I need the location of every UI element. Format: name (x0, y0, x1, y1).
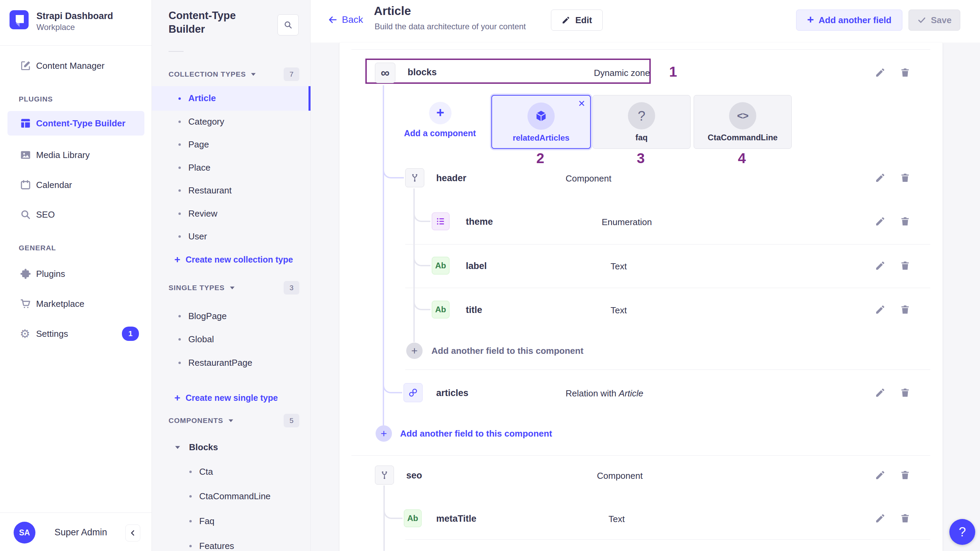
add-field-label: Add another field (819, 15, 891, 25)
sidebar-item-category[interactable]: Category (152, 110, 310, 133)
divider (0, 45, 152, 46)
edit-field-button[interactable] (875, 67, 886, 78)
edit-field-button[interactable] (875, 260, 886, 271)
field-type: Text (611, 261, 627, 272)
gear-icon: ⚙ (20, 328, 31, 339)
sidebar-item-blogpage[interactable]: BlogPage (152, 304, 310, 328)
sidebar-item-content-type-builder[interactable]: Content-Type Builder (8, 111, 145, 135)
component-card-label: faq (635, 133, 648, 142)
sidebar-item-media-library[interactable]: Media Library (0, 143, 152, 167)
pencil-icon (562, 16, 570, 24)
field-name: articles (436, 388, 469, 398)
delete-field-button[interactable] (900, 172, 910, 183)
chevron-down-icon (229, 286, 235, 290)
sidebar-item-features[interactable]: Features (152, 534, 310, 551)
field-name: metaTitle (436, 514, 476, 524)
annotation-label-1: 1 (669, 64, 677, 80)
add-field-to-component-button[interactable]: + Add another field to this component (406, 342, 583, 360)
help-button[interactable]: ? (949, 519, 975, 545)
general-section-label: GENERAL (19, 244, 56, 252)
question-icon: ? (959, 525, 966, 540)
component-card-faq[interactable]: ? faq (592, 95, 690, 149)
create-single-type-button[interactable]: + Create new single type (152, 387, 310, 408)
sidebar-item-label: Article (188, 93, 216, 104)
delete-field-button[interactable] (900, 513, 910, 524)
calendar-icon (20, 179, 31, 191)
edit-field-button[interactable] (875, 513, 886, 524)
delete-field-button[interactable] (900, 216, 910, 227)
sidebar-item-review[interactable]: Review (152, 202, 310, 225)
pencil-icon (875, 304, 886, 315)
fields-card: ∞ blocks Dynamic zone 1 + Add a componen… (339, 43, 943, 551)
field-name: header (436, 173, 466, 183)
image-icon (20, 149, 31, 161)
sidebar-item-global[interactable]: Global (152, 328, 310, 351)
component-card-label: relatedArticles (513, 133, 570, 143)
edit-field-button[interactable] (875, 216, 886, 227)
edit-button[interactable]: Edit (551, 10, 603, 31)
add-another-field-button[interactable]: + Add another field (796, 10, 902, 31)
relation-target: Article (619, 388, 643, 398)
field-type: Dynamic zone (594, 68, 650, 78)
back-link[interactable]: Back (328, 14, 363, 25)
sidebar-item-place[interactable]: Place (152, 156, 310, 179)
arrow-left-icon (328, 14, 338, 25)
edit-field-button[interactable] (875, 387, 886, 398)
trash-icon (900, 172, 910, 183)
edit-field-button[interactable] (875, 172, 886, 183)
sidebar-item-calendar[interactable]: Calendar (0, 174, 152, 196)
avatar[interactable]: SA (14, 522, 35, 543)
plus-icon: + (807, 13, 814, 26)
add-component-button[interactable]: + Add a component (402, 95, 477, 149)
delete-field-button[interactable] (900, 67, 910, 78)
collection-types-count: 7 (284, 67, 299, 81)
tree-branch (414, 300, 430, 310)
create-collection-type-button[interactable]: + Create new collection type (152, 249, 310, 270)
collection-types-section[interactable]: COLLECTION TYPES (169, 67, 256, 81)
delete-field-button[interactable] (900, 304, 910, 315)
add-field-to-dynzone-button[interactable]: + Add another field to this component (375, 424, 552, 443)
delete-field-button[interactable] (900, 260, 910, 271)
edit-label: Edit (575, 15, 592, 25)
plus-circle-icon: + (406, 342, 423, 359)
delete-field-button[interactable] (900, 470, 910, 481)
edit-field-button[interactable] (875, 470, 886, 481)
sidebar-item-page[interactable]: Page (152, 133, 310, 156)
sidebar-item-cta[interactable]: Cta (152, 460, 310, 483)
trash-icon (900, 260, 910, 271)
sidebar-item-marketplace[interactable]: Marketplace (0, 292, 152, 315)
delete-field-button[interactable] (900, 387, 910, 398)
plus-icon: + (174, 392, 180, 403)
sidebar-item-label: Content-Type Builder (36, 118, 125, 129)
sidebar-group-blocks[interactable]: Blocks (152, 436, 310, 459)
sidebar-item-restaurantpage[interactable]: RestaurantPage (152, 351, 310, 374)
sidebar-item-label: Content Manager (36, 61, 105, 71)
bullet-icon (178, 97, 181, 100)
search-icon (20, 209, 31, 220)
component-card-ctacommandline[interactable]: <> CtaCommandLine (694, 95, 792, 149)
sidebar-item-article[interactable]: Article (152, 86, 310, 111)
single-types-section[interactable]: SINGLE TYPES (169, 281, 235, 295)
sidebar-item-settings[interactable]: ⚙ Settings 1 (0, 322, 152, 345)
components-count: 5 (284, 414, 299, 427)
divider (0, 513, 152, 513)
annotation-label-3: 3 (637, 150, 644, 167)
cube-icon (527, 102, 555, 130)
sidebar-item-restaurant[interactable]: Restaurant (152, 179, 310, 202)
divider (405, 288, 930, 288)
sidebar-item-seo[interactable]: SEO (0, 203, 152, 226)
sidebar-item-user[interactable]: User (152, 225, 310, 248)
sidebar-item-faq[interactable]: Faq (152, 510, 310, 533)
collapse-sidebar-button[interactable] (125, 524, 140, 541)
sidebar-item-content-manager[interactable]: Content Manager (0, 54, 152, 77)
search-button[interactable] (277, 14, 299, 35)
edit-field-button[interactable] (875, 304, 886, 315)
component-card-relatedarticles[interactable]: relatedArticles ✕ (492, 95, 591, 149)
remove-component-icon[interactable]: ✕ (578, 99, 585, 109)
sidebar-item-ctacommandline[interactable]: CtaCommandLine (152, 484, 310, 508)
save-button[interactable]: Save (908, 10, 960, 31)
trash-icon (900, 513, 910, 524)
pencil-icon (875, 216, 886, 227)
sidebar-item-plugins[interactable]: Plugins (0, 262, 152, 285)
components-section[interactable]: COMPONENTS (169, 414, 234, 427)
